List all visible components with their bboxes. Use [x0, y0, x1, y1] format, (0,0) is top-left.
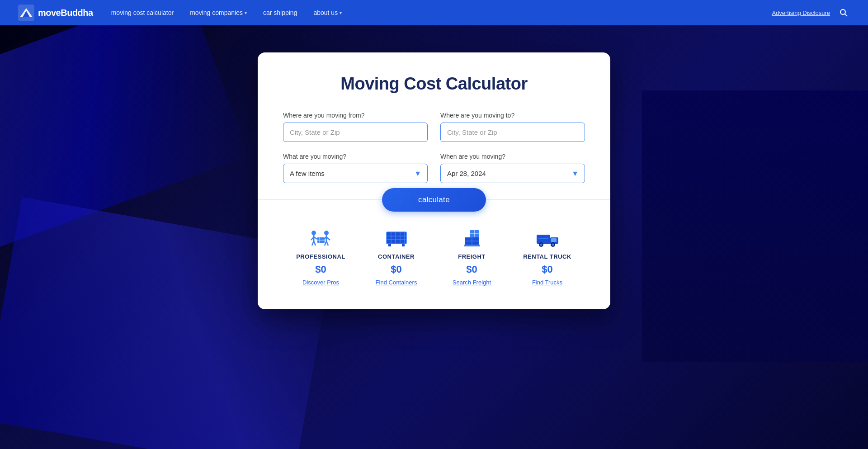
- from-input[interactable]: [283, 123, 428, 142]
- freight-svg-icon: [460, 228, 484, 248]
- movers-icon: [309, 228, 333, 248]
- main-content: Moving Cost Calculator Where are you mov…: [0, 25, 868, 449]
- result-container: CONTAINER $0 Find Containers: [359, 223, 434, 289]
- nav-moving-companies[interactable]: moving companies ▾: [190, 9, 247, 16]
- svg-line-10: [314, 241, 316, 246]
- container-link[interactable]: Find Containers: [376, 279, 417, 286]
- container-label: CONTAINER: [378, 253, 415, 260]
- freight-price: $0: [466, 264, 477, 275]
- truck-svg-icon: [536, 228, 559, 248]
- svg-point-3: [840, 9, 845, 14]
- result-professional: PROFESSIONAL $0 Discover Pros: [283, 223, 359, 289]
- professional-label: PROFESSIONAL: [296, 253, 345, 260]
- svg-point-42: [540, 244, 542, 246]
- svg-line-16: [326, 241, 328, 246]
- rental-truck-label: RENTAL TRUCK: [523, 253, 571, 260]
- freight-label: FREIGHT: [458, 253, 486, 260]
- container-icon: [383, 227, 410, 250]
- rental-truck-price: $0: [542, 264, 552, 275]
- when-label: When are you moving?: [440, 153, 585, 160]
- calculate-button-area: calculate: [258, 188, 610, 212]
- when-group: When are you moving? Apr 28, 2024 ▼: [440, 153, 585, 183]
- svg-rect-20: [387, 232, 406, 244]
- calculator-card: Moving Cost Calculator Where are you mov…: [258, 52, 610, 309]
- to-group: Where are you moving to?: [440, 112, 585, 142]
- container-svg-icon: [385, 228, 408, 248]
- professional-price: $0: [315, 264, 326, 275]
- nav-about-us[interactable]: about us ▾: [313, 9, 342, 16]
- results-section: PROFESSIONAL $0 Discover Pros: [258, 223, 610, 309]
- svg-point-11: [324, 231, 329, 235]
- svg-rect-29: [402, 244, 405, 246]
- advertising-disclosure-link[interactable]: Advertising Disclosure: [772, 9, 830, 16]
- svg-rect-28: [388, 244, 391, 246]
- svg-point-5: [311, 231, 316, 235]
- to-input[interactable]: [440, 123, 585, 142]
- svg-rect-36: [464, 245, 480, 246]
- what-label: What are you moving?: [283, 153, 428, 160]
- freight-icon: [458, 227, 486, 250]
- what-select-wrapper: A few items Studio 1 Bedroom 2 Bedrooms …: [283, 164, 428, 183]
- result-freight: FREIGHT $0 Search Freight: [434, 223, 509, 289]
- what-select[interactable]: A few items Studio 1 Bedroom 2 Bedrooms …: [283, 164, 428, 183]
- result-rental-truck: RENTAL TRUCK $0 Find Trucks: [509, 223, 585, 289]
- moving-companies-chevron: ▾: [245, 10, 247, 15]
- to-label: Where are you moving to?: [440, 112, 585, 119]
- when-select-wrapper: Apr 28, 2024 ▼: [440, 164, 585, 183]
- nav-links: moving cost calculator moving companies …: [111, 9, 772, 16]
- logo-icon: [18, 5, 34, 21]
- svg-point-44: [552, 244, 554, 246]
- professional-icon: [307, 227, 335, 250]
- from-label: Where are you moving from?: [283, 112, 428, 119]
- svg-rect-37: [537, 235, 550, 244]
- container-price: $0: [391, 264, 401, 275]
- freight-link[interactable]: Search Freight: [453, 279, 491, 286]
- search-button[interactable]: [837, 6, 850, 19]
- calculator-title: Moving Cost Calculator: [283, 74, 585, 94]
- about-us-chevron: ▾: [340, 10, 342, 15]
- professional-link[interactable]: Discover Pros: [302, 279, 339, 286]
- what-group: What are you moving? A few items Studio …: [283, 153, 428, 183]
- calculator-top: Moving Cost Calculator Where are you mov…: [258, 52, 610, 199]
- navbar: moveBuddha moving cost calculator moving…: [0, 0, 868, 25]
- logo-text: moveBuddha: [38, 8, 93, 18]
- svg-line-4: [845, 14, 848, 17]
- svg-rect-39: [551, 238, 557, 242]
- svg-rect-40: [549, 238, 551, 244]
- logo-link[interactable]: moveBuddha: [18, 5, 93, 21]
- nav-car-shipping[interactable]: car shipping: [263, 9, 297, 16]
- calculate-button[interactable]: calculate: [382, 188, 486, 212]
- calculator-form: Where are you moving from? Where are you…: [283, 112, 585, 183]
- nav-moving-cost-calculator[interactable]: moving cost calculator: [111, 9, 174, 16]
- nav-right: Advertising Disclosure: [772, 6, 850, 19]
- rental-truck-link[interactable]: Find Trucks: [532, 279, 562, 286]
- when-select[interactable]: Apr 28, 2024: [440, 164, 585, 183]
- search-icon: [839, 8, 848, 17]
- rental-truck-icon: [534, 227, 561, 250]
- from-group: Where are you moving from?: [283, 112, 428, 142]
